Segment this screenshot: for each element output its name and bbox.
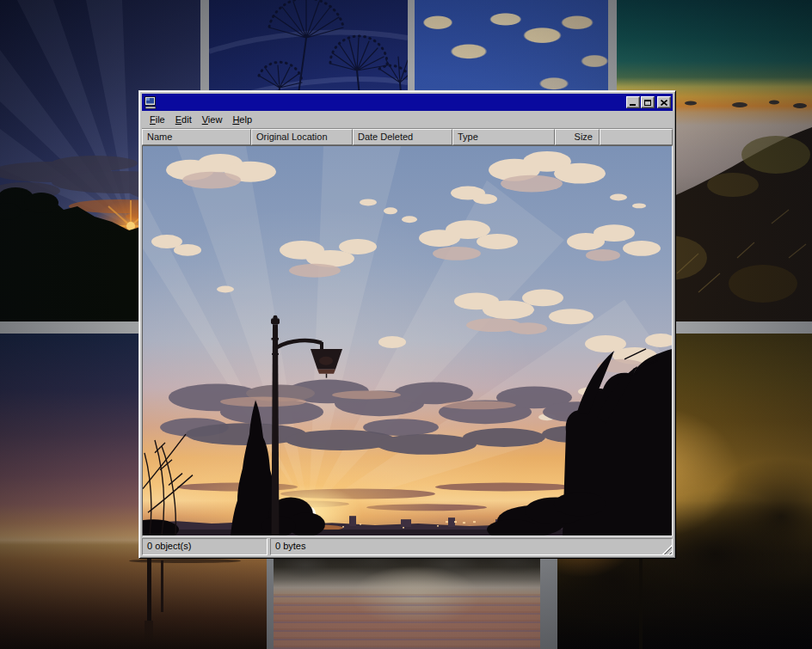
column-header-date-deleted[interactable]: Date Deleted (353, 129, 452, 145)
sunset-lamppost-photo (143, 146, 672, 536)
menu-item-edit[interactable]: Edit (170, 113, 197, 127)
desktop: { "window": { "title": "", "icon": "win9… (0, 0, 812, 649)
water-pole (161, 560, 163, 612)
pole-reflection (145, 621, 153, 643)
minimize-button[interactable] (626, 96, 640, 108)
cloud-streak (129, 559, 241, 563)
recycle-bin-window: FileEditViewHelp NameOriginal LocationDa… (138, 90, 676, 559)
close-button[interactable] (657, 96, 671, 108)
water-pole (147, 557, 151, 621)
menu-bar: FileEditViewHelp (142, 111, 673, 129)
menu-item-help[interactable]: Help (227, 113, 257, 127)
list-view-area[interactable] (142, 145, 673, 536)
maximize-icon (644, 100, 651, 106)
column-header-original-location[interactable]: Original Location (251, 129, 353, 145)
menu-item-view[interactable]: View (197, 113, 228, 127)
status-object-count: 0 object(s) (142, 538, 268, 555)
column-header-type[interactable]: Type (452, 129, 555, 145)
column-header-blank[interactable] (600, 129, 673, 145)
title-bar[interactable] (142, 94, 673, 111)
column-header-row: NameOriginal LocationDate DeletedTypeSiz… (142, 129, 673, 145)
win95-computer-icon (144, 96, 157, 109)
close-icon (661, 100, 667, 106)
minimize-icon (630, 104, 636, 106)
maximize-button[interactable] (641, 96, 655, 108)
pink-ripples (274, 591, 540, 649)
column-header-name[interactable]: Name (142, 129, 251, 145)
column-header-size[interactable]: Size (555, 129, 600, 145)
status-bar: 0 object(s) 0 bytes (142, 536, 673, 555)
status-total-size: 0 bytes (270, 538, 673, 555)
menu-item-file[interactable]: File (145, 113, 170, 127)
